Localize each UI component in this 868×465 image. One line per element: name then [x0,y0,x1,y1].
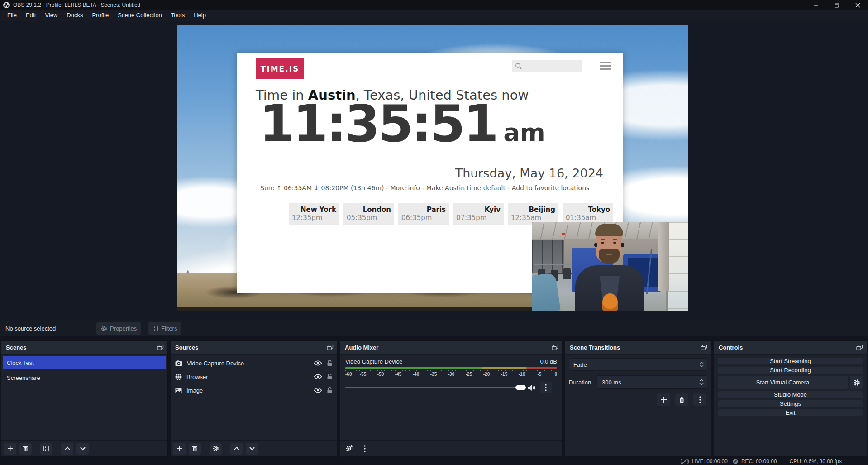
menu-file[interactable]: File [3,10,21,21]
scene-item-clock-test[interactable]: Clock Test [3,356,166,369]
close-button[interactable] [847,0,868,10]
popout-icon[interactable] [327,345,334,350]
mixer-menu-button[interactable] [358,443,371,455]
menu-view[interactable]: View [40,10,62,21]
current-date: Thursday, May 16, 2024 [455,166,603,180]
start-streaming-button[interactable]: Start Streaming [718,358,863,364]
meter-scale: -60 -55 -50 -45 -40 -35 -30 -25 -20 -15 … [345,372,557,378]
source-item-image[interactable]: Image [171,384,337,397]
start-recording-button[interactable]: Start Recording [718,367,863,374]
popout-icon[interactable] [157,345,164,350]
filters-button[interactable]: Filters [148,322,181,335]
popout-icon[interactable] [701,345,707,350]
volume-slider[interactable] [345,387,524,388]
gear-icon [212,445,219,452]
image-icon [175,388,182,393]
sources-panel-title: Sources [175,344,327,351]
duration-value: 300 ms [597,379,696,386]
add-source-button[interactable] [173,443,186,455]
source-selection-bar: No source selected Properties Filters [0,320,868,336]
remove-transition-button[interactable] [675,393,688,406]
restore-button[interactable] [826,0,847,10]
transition-select[interactable]: Fade [569,358,707,371]
add-scene-button[interactable] [4,443,16,455]
move-source-down-button[interactable] [246,443,258,455]
chevron-down-icon [700,365,704,367]
exit-button[interactable]: Exit [718,409,863,416]
title-bar: OBS 29.1.2 - Profile: LLHLS BETA - Scene… [0,0,868,10]
shirt-logo [602,293,618,311]
controls-panel-title: Controls [719,344,856,351]
remove-source-button[interactable] [189,443,201,455]
chevron-down-icon [80,446,86,451]
lock-icon[interactable] [327,387,333,393]
scene-item-screenshare[interactable]: Screenshare [3,371,166,384]
select-arrows [696,359,707,370]
studio-mode-button[interactable]: Studio Mode [718,391,863,398]
sources-panel: Sources Video Capture Device Browser Ima… [170,340,338,457]
move-source-up-button[interactable] [230,443,243,455]
clock-time: 11:35:51 [259,96,497,151]
preview-canvas[interactable]: TIME.IS Time in Austin, Texas, United St… [177,25,688,311]
properties-button[interactable]: Properties [96,322,141,335]
visibility-eye-icon[interactable] [314,360,322,366]
search-icon [515,62,522,70]
advanced-audio-button[interactable] [343,443,355,455]
add-transition-button[interactable] [657,393,670,406]
mixer-options-button[interactable] [540,382,552,393]
live-time: LIVE: 00:00:00 [692,458,727,465]
minimize-button[interactable] [806,0,826,10]
clock-ampm: am [503,120,545,151]
speaker-icon[interactable] [528,384,536,391]
menu-profile[interactable]: Profile [87,10,113,21]
start-virtual-camera-button[interactable]: Start Virtual Camera [718,376,848,389]
menu-edit[interactable]: Edit [21,10,40,21]
popout-icon[interactable] [856,345,863,350]
transition-options-button[interactable] [693,393,706,406]
menu-tools[interactable]: Tools [167,10,189,21]
search-input[interactable] [512,60,582,72]
make-default-link[interactable]: Make Austin time default [426,184,506,192]
volume-meter [345,367,557,369]
mixer-channel-name: Video Capture Device [345,358,540,365]
duration-label: Duration [569,379,597,386]
camera-icon [175,360,182,366]
remove-scene-button[interactable] [19,443,32,455]
lock-icon[interactable] [327,360,333,366]
trash-icon [23,446,29,452]
city-card-kyiv[interactable]: Kyiv07:35pm [453,203,504,225]
lock-icon[interactable] [327,374,333,380]
city-card-paris[interactable]: Paris06:35pm [398,203,449,225]
scene-filters-button[interactable] [40,443,52,455]
visibility-eye-icon[interactable] [314,388,322,393]
hamburger-menu-icon[interactable] [600,62,611,70]
more-info-link[interactable]: More info [390,184,420,192]
city-card-new-york[interactable]: New York12:35pm [289,203,339,225]
duration-spinbox[interactable]: 300 ms [597,375,707,389]
filter-icon [153,326,158,331]
settings-button[interactable]: Settings [718,400,863,407]
timeis-logo[interactable]: TIME.IS [256,58,304,79]
selection-status-text: No source selected [5,325,56,332]
volume-slider-handle[interactable] [515,385,526,390]
add-favorite-link[interactable]: Add to favorite locations [512,184,589,192]
virtual-camera-config-button[interactable] [850,376,863,389]
kebab-menu-icon [545,384,547,391]
sun-info-line: Sun: ↑ 06:35AM ↓ 08:20PM (13h 46m) - Mor… [260,184,613,192]
source-properties-button[interactable] [210,443,222,455]
preview-area: TIME.IS Time in Austin, Texas, United St… [0,21,868,320]
source-item-browser[interactable]: Browser [171,370,337,384]
menu-docks[interactable]: Docks [62,10,87,21]
move-scene-down-button[interactable] [76,443,89,455]
webcam-video-source[interactable] [532,222,688,311]
visibility-eye-icon[interactable] [314,374,322,379]
popout-icon[interactable] [552,345,558,350]
move-scene-up-button[interactable] [61,443,73,455]
source-item-video-capture[interactable]: Video Capture Device [171,356,337,370]
menu-help[interactable]: Help [189,10,210,21]
plus-icon [661,397,667,403]
city-card-london[interactable]: London05:35pm [343,203,394,225]
menu-scene-collection[interactable]: Scene Collection [113,10,167,21]
scenes-panel-title: Scenes [6,344,157,351]
kebab-menu-icon [364,445,366,452]
